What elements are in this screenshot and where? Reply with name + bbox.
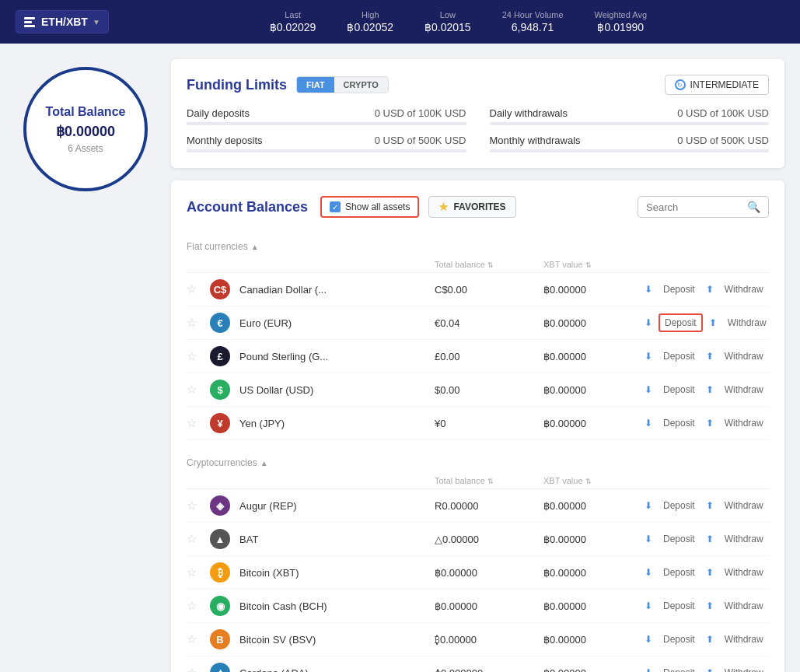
show-all-button[interactable]: ✓ Show all assets — [320, 196, 419, 218]
favorite-star-4[interactable]: ☆ — [187, 416, 197, 429]
crypto-favorite-star-2[interactable]: ☆ — [187, 565, 197, 579]
crypto-favorite-star-5[interactable]: ☆ — [187, 666, 197, 672]
xbt-val: ฿0.00000 — [543, 384, 645, 396]
crypto-favorite-star-0[interactable]: ☆ — [187, 499, 197, 512]
tab-fiat[interactable]: FIAT — [297, 77, 334, 93]
crypto-deposit-button[interactable]: Deposit — [659, 498, 700, 513]
icon-cell: £ — [210, 346, 233, 366]
favorite-star-1[interactable]: ☆ — [187, 316, 197, 329]
favorite-star-0[interactable]: ☆ — [187, 282, 197, 296]
crypto-xbt-val: ฿0.00000 — [543, 567, 645, 579]
funding-row: Daily deposits 0 USD of 100K USD — [187, 107, 466, 125]
search-icon[interactable]: 🔍 — [747, 201, 760, 213]
search-input[interactable] — [646, 201, 747, 213]
xbt-val: ฿0.00000 — [543, 284, 645, 296]
funding-row-label: Monthly deposits — [187, 135, 263, 146]
deposit-button[interactable]: Deposit — [659, 348, 700, 364]
funding-progress-bar — [490, 149, 770, 152]
balances-title: Account Balances — [187, 199, 308, 215]
crypto-name: Augur (REP) — [233, 500, 435, 512]
xbt-val: ฿0.00000 — [543, 418, 645, 429]
stat-value: ฿0.02052 — [347, 21, 393, 33]
fiat-section-label: Fiat currencies ▲ — [187, 230, 769, 257]
tab-crypto[interactable]: CRYPTO — [334, 77, 388, 93]
crypto-withdraw-icon: ⬆ — [706, 500, 714, 511]
funding-row: Daily withdrawals 0 USD of 100K USD — [490, 107, 770, 125]
crypto-icon: ▲ — [210, 529, 230, 549]
crypto-xbt-val: ฿0.00000 — [543, 534, 645, 545]
crypto-section-label-text: Cryptocurrencies — [187, 457, 257, 468]
funding-row: Monthly withdrawals 0 USD of 500K USD — [490, 135, 770, 152]
crypto-withdraw-button[interactable]: Withdraw — [720, 531, 768, 547]
deposit-button[interactable]: Deposit — [659, 282, 700, 297]
crypto-withdraw-button[interactable]: Withdraw — [720, 632, 768, 647]
tab-group: FIAT CRYPTO — [296, 76, 389, 93]
deposit-button[interactable]: Deposit — [659, 382, 700, 397]
total-balance-val: $0.00 — [435, 384, 543, 396]
pair-label: ETH/XBT — [41, 16, 88, 28]
withdraw-button[interactable]: Withdraw — [723, 315, 771, 331]
crypto-name: Bitcoin Cash (BCH) — [233, 600, 435, 612]
chart-icon — [24, 17, 35, 27]
crypto-rows-container: ☆ ◈ Augur (REP) R0.00000 ฿0.00000 ⬇ Depo… — [187, 489, 769, 672]
crypto-favorite-star-3[interactable]: ☆ — [187, 599, 197, 612]
crypto-xbt-val: ฿0.00000 — [543, 500, 645, 512]
pair-selector[interactable]: ETH/XBT ▼ — [16, 10, 109, 33]
crypto-deposit-button[interactable]: Deposit — [659, 665, 700, 672]
crypto-name: Cardano (ADA) — [233, 667, 435, 673]
funding-row-inner: Monthly deposits 0 USD of 500K USD — [187, 135, 466, 146]
crypto-table-row: ☆ ✦ Cardano (ADA) ₳0.000000 ฿0.00000 ⬇ D… — [187, 656, 769, 672]
total-sort-icon-crypto: ⇅ — [487, 478, 494, 485]
crypto-icon: ◉ — [210, 596, 230, 616]
stat-label: Weighted Avg — [595, 10, 647, 19]
crypto-withdraw-button[interactable]: Withdraw — [720, 498, 768, 513]
crypto-withdraw-button[interactable]: Withdraw — [720, 665, 768, 672]
crypto-deposit-icon: ⬇ — [645, 667, 652, 672]
funding-progress-bar — [490, 122, 770, 125]
currency-name: Yen (JPY) — [233, 418, 435, 429]
row-actions: ⬇ Deposit ⬆ Withdraw — [645, 382, 769, 397]
favorites-button[interactable]: ★ FAVORITES — [428, 196, 515, 218]
withdraw-button[interactable]: Withdraw — [720, 348, 768, 364]
crypto-deposit-button[interactable]: Deposit — [659, 598, 700, 614]
favorite-star-2[interactable]: ☆ — [187, 349, 197, 362]
fiat-table-row: ☆ £ Pound Sterling (G... £0.00 ฿0.00000 … — [187, 340, 769, 373]
balance-title: Total Balance — [46, 104, 126, 121]
crypto-name: BAT — [233, 534, 435, 545]
crypto-withdraw-button[interactable]: Withdraw — [720, 565, 768, 580]
crypto-favorite-star-4[interactable]: ☆ — [187, 632, 197, 646]
intermediate-button[interactable]: ↻ INTERMEDIATE — [665, 75, 769, 95]
icon-cell: € — [210, 313, 233, 333]
xbt-sort-icon-crypto: ⇅ — [585, 478, 592, 485]
crypto-deposit-icon: ⬇ — [645, 500, 652, 511]
crypto-favorite-star-1[interactable]: ☆ — [187, 532, 197, 545]
fiat-table-row: ☆ $ US Dollar (USD) $0.00 ฿0.00000 ⬇ Dep… — [187, 373, 769, 407]
funding-row-value: 0 USD of 500K USD — [677, 135, 769, 146]
star-cell: ☆ — [187, 632, 210, 646]
fiat-rows-container: ☆ C$ Canadian Dollar (... C$0.00 ฿0.0000… — [187, 273, 769, 440]
crypto-withdraw-button[interactable]: Withdraw — [720, 598, 768, 614]
withdraw-button[interactable]: Withdraw — [720, 382, 768, 397]
crypto-section-label: Cryptocurrencies ▲ — [187, 446, 769, 473]
deposit-button[interactable]: Deposit — [659, 313, 703, 332]
withdraw-button[interactable]: Withdraw — [720, 282, 768, 297]
favorite-star-3[interactable]: ☆ — [187, 383, 197, 396]
total-balance-val: €0.04 — [435, 317, 543, 329]
crypto-deposit-button[interactable]: Deposit — [659, 632, 700, 647]
currency-icon: € — [210, 313, 230, 333]
deposit-button[interactable]: Deposit — [659, 415, 700, 431]
crypto-deposit-button[interactable]: Deposit — [659, 531, 700, 547]
star-cell: ☆ — [187, 282, 210, 296]
col-xbt-value: XBT value ⇅ — [543, 260, 645, 269]
funding-progress-bar — [187, 122, 466, 125]
icon-cell: ◉ — [210, 596, 233, 616]
crypto-deposit-button[interactable]: Deposit — [659, 565, 700, 580]
star-cell: ☆ — [187, 349, 210, 363]
deposit-icon: ⬇ — [645, 317, 652, 328]
stat-low: Low฿0.02015 — [424, 10, 471, 33]
crypto-table-row: ☆ B Bitcoin SV (BSV) ₿0.00000 ฿0.00000 ⬇… — [187, 623, 769, 656]
balance-assets: 6 Assets — [68, 143, 103, 154]
withdraw-button[interactable]: Withdraw — [720, 415, 768, 431]
crypto-sort-icon: ▲ — [260, 459, 268, 467]
star-cell: ☆ — [187, 565, 210, 579]
